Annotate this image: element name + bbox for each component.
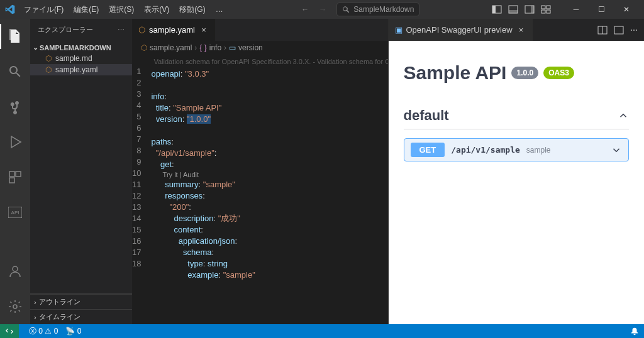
yaml-file-icon: ⬡: [141, 43, 147, 52]
layout-customize-icon[interactable]: [541, 4, 551, 14]
status-problems[interactable]: ⓧ 0 ⚠ 0: [29, 326, 58, 337]
editor-tabs: ⬡ sample.yaml ×: [132, 19, 388, 41]
sidebar-more-icon[interactable]: ⋯: [118, 26, 125, 34]
chevron-right-icon: ›: [194, 43, 197, 52]
tab-swagger-preview[interactable]: ▣ OpenAPI SwaggerUI preview ×: [389, 19, 533, 41]
activity-openapi[interactable]: API: [0, 200, 30, 225]
command-center[interactable]: SampleMarkdown: [336, 3, 419, 16]
svg-rect-3: [509, 10, 518, 13]
layout-sidebar-icon[interactable]: [492, 4, 502, 14]
status-ports[interactable]: 📡 0: [65, 327, 81, 335]
sidebar-title: エクスプローラー: [38, 25, 93, 35]
code-editor[interactable]: 123456789101112131415161718 Validation s…: [132, 55, 388, 324]
preview-tabs: ▣ OpenAPI SwaggerUI preview × ⋯: [389, 19, 645, 41]
window-close-button[interactable]: ✕: [614, 0, 639, 19]
command-center-text: SampleMarkdown: [353, 5, 414, 14]
operation-method: GET: [411, 143, 445, 157]
error-icon: ⓧ: [29, 327, 36, 335]
api-title-row: Sample API 1.0.0 OAS3: [404, 62, 630, 84]
activity-account[interactable]: [0, 259, 30, 284]
breadcrumb-file: sample.yaml: [150, 43, 192, 52]
operation-summary: sample: [526, 146, 551, 155]
activity-explorer[interactable]: [0, 24, 30, 49]
activity-search[interactable]: [0, 59, 30, 84]
preview-file-icon: ▣: [395, 25, 402, 35]
menu-selection[interactable]: 選択(S): [105, 2, 138, 18]
activity-debug[interactable]: [0, 129, 30, 155]
toggle-preview-icon[interactable]: [614, 25, 624, 35]
menu-go[interactable]: 移動(G): [175, 2, 209, 18]
sidebar-timeline[interactable]: › タイムライン: [30, 309, 132, 324]
menu-file[interactable]: ファイル(F): [20, 2, 67, 18]
activity-scm[interactable]: [0, 94, 30, 119]
tag-header-default[interactable]: default: [404, 107, 630, 129]
breadcrumb[interactable]: ⬡ sample.yaml › { } info › ▭ version: [132, 41, 388, 55]
sidebar-outline[interactable]: › アウトライン: [30, 294, 132, 309]
titlebar: ファイル(F) 編集(E) 選択(S) 表示(V) 移動(G) … ← → Sa…: [0, 0, 644, 19]
sidebar-file[interactable]: ⬡sample.md: [30, 53, 132, 64]
sidebar-project-header[interactable]: ⌄ SAMPLEMARKDOWN: [30, 42, 132, 53]
file-name: sample.md: [55, 54, 92, 63]
editor-group-left: ⬡ sample.yaml × ⬡ sample.yaml › { } info…: [132, 19, 388, 324]
status-notifications[interactable]: [630, 327, 639, 335]
breadcrumb-node: version: [238, 43, 263, 52]
layout-panel-icon[interactable]: [508, 4, 518, 14]
chevron-up-icon: [618, 110, 629, 121]
svg-rect-19: [614, 26, 623, 34]
file-icon: ⬡: [45, 54, 52, 63]
svg-point-15: [13, 266, 18, 271]
nav-back-icon[interactable]: ←: [301, 5, 309, 14]
svg-rect-12: [9, 178, 14, 183]
svg-rect-7: [547, 6, 550, 9]
api-version-badge: 1.0.0: [511, 67, 538, 79]
codelens[interactable]: Try it | Audit: [151, 170, 387, 179]
operation-get-sample[interactable]: GET /api/v1/sample sample: [404, 138, 630, 161]
svg-text:API: API: [11, 210, 19, 215]
swagger-preview: Sample API 1.0.0 OAS3 default GET /api/v…: [389, 41, 645, 324]
editor-more-icon[interactable]: ⋯: [630, 26, 638, 35]
api-title: Sample API: [404, 62, 507, 84]
string-icon: ▭: [229, 43, 236, 52]
status-remote[interactable]: [0, 324, 19, 338]
svg-rect-10: [9, 172, 14, 177]
chevron-right-icon: ›: [34, 298, 36, 306]
svg-point-16: [13, 305, 17, 308]
chevron-down-icon: ⌄: [33, 43, 38, 52]
chevron-right-icon: ›: [224, 43, 226, 52]
tab-sample-yaml[interactable]: ⬡ sample.yaml ×: [132, 19, 216, 41]
chevron-right-icon: ›: [34, 313, 36, 321]
ports-icon: 📡: [65, 327, 75, 335]
activity-settings[interactable]: [0, 294, 30, 319]
svg-rect-1: [492, 6, 496, 13]
tab-close-button[interactable]: ×: [516, 25, 526, 35]
svg-rect-11: [16, 172, 21, 177]
svg-rect-8: [541, 10, 545, 13]
menu-more[interactable]: …: [212, 3, 227, 16]
tab-label: sample.yaml: [149, 25, 195, 35]
sidebar-file[interactable]: ⬡sample.yaml: [30, 64, 132, 75]
search-icon: [342, 6, 350, 13]
vscode-logo-icon: [5, 4, 15, 14]
nav-arrows: ← →: [294, 5, 334, 14]
nav-forward-icon[interactable]: →: [319, 5, 326, 14]
split-editor-icon[interactable]: [597, 25, 608, 35]
window-maximize-button[interactable]: ☐: [589, 0, 614, 19]
braces-icon: { }: [199, 43, 206, 52]
tag-name: default: [404, 107, 449, 124]
activity-bar: API: [0, 19, 30, 324]
svg-rect-9: [547, 10, 550, 13]
layout-sidebar-right-icon[interactable]: [525, 4, 535, 14]
chevron-down-icon: [611, 144, 622, 156]
code-content[interactable]: Validation schema for OpenAPI Specificat…: [151, 55, 387, 324]
breadcrumb-node: info: [209, 43, 221, 52]
menu-edit[interactable]: 編集(E): [70, 2, 103, 18]
yaml-file-icon: ⬡: [138, 25, 145, 35]
window-minimize-button[interactable]: ─: [564, 0, 589, 19]
activity-extensions[interactable]: [0, 165, 30, 190]
tab-close-button[interactable]: ×: [199, 25, 209, 35]
menu-view[interactable]: 表示(V): [140, 2, 173, 18]
file-name: sample.yaml: [55, 65, 97, 74]
line-numbers: 123456789101112131415161718: [132, 55, 151, 324]
file-icon: ⬡: [45, 65, 52, 74]
api-oas-badge: OAS3: [543, 67, 574, 79]
